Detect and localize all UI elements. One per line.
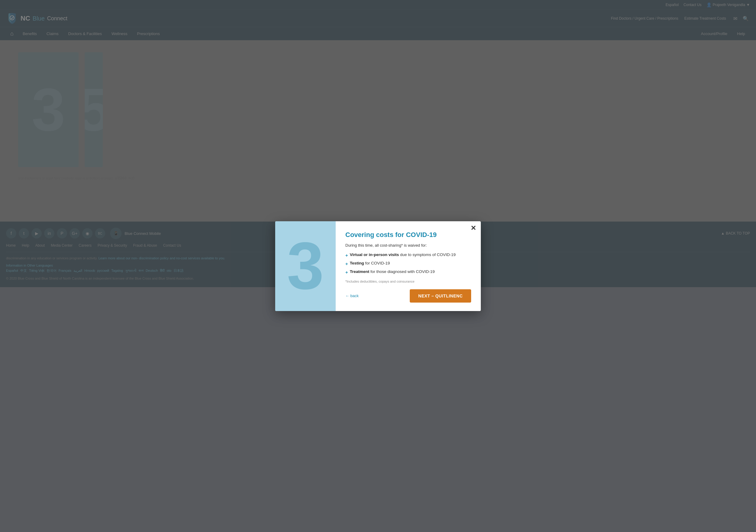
list-item-treatment: + Treatment for those diagnosed with COV…: [345, 269, 471, 275]
modal-step-number: 3: [275, 221, 336, 311]
list-item-testing-text: Testing for COVID-19: [350, 261, 390, 265]
modal-overlay: 3 ✕ Covering costs for COVID-19 During t…: [0, 0, 756, 532]
back-button[interactable]: ← back: [345, 294, 359, 298]
modal-title: Covering costs for COVID-19: [345, 231, 462, 239]
list-item-testing: + Testing for COVID-19: [345, 261, 471, 266]
list-item-visits: + Virtual or in-person visits due to sym…: [345, 253, 471, 258]
modal-footnote: *Includes deductibles, copays and coinsu…: [345, 279, 471, 283]
modal: 3 ✕ Covering costs for COVID-19 During t…: [275, 221, 481, 311]
modal-footer: ← back NEXT – QUITLINENC: [345, 289, 471, 303]
list-item-treatment-text: Treatment for those diagnosed with COVID…: [350, 269, 435, 274]
modal-content: ✕ Covering costs for COVID-19 During thi…: [336, 221, 481, 311]
next-button[interactable]: NEXT – QUITLINENC: [410, 289, 471, 303]
modal-list: + Virtual or in-person visits due to sym…: [345, 253, 471, 275]
modal-subtitle: During this time, all cost-sharing* is w…: [345, 243, 471, 248]
list-item-visits-text: Virtual or in-person visits due to sympt…: [350, 253, 456, 257]
close-button[interactable]: ✕: [471, 225, 476, 231]
plus-icon-1: +: [345, 253, 348, 258]
plus-icon-2: +: [345, 261, 348, 266]
plus-icon-3: +: [345, 270, 348, 275]
